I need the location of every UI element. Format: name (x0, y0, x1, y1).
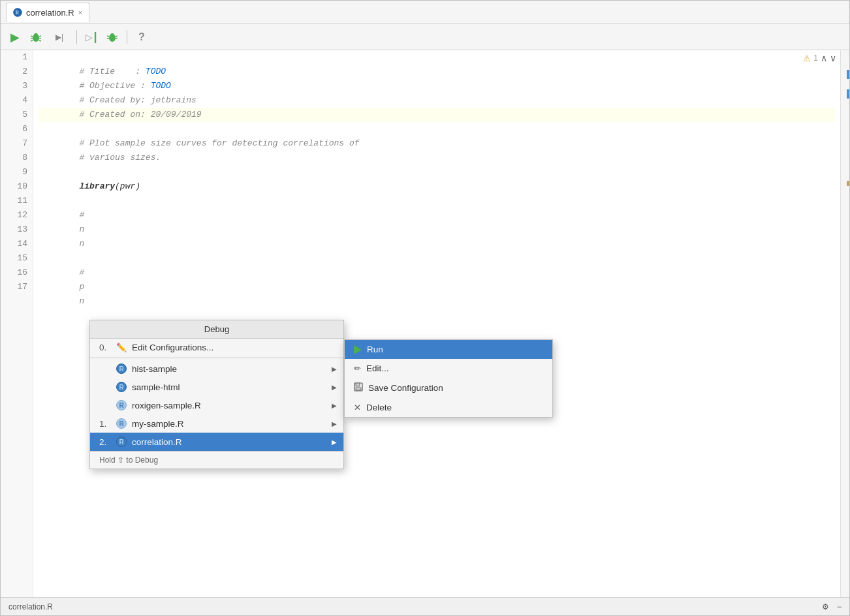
bug-icon (29, 31, 42, 44)
menu-label-hist: hist-sample (132, 364, 177, 374)
menu-sep-1 (90, 358, 343, 358)
code-line-16: p (39, 266, 835, 280)
line-num-9: 9 (1, 165, 33, 179)
svg-line-6 (31, 40, 33, 41)
menu-item-correlation[interactable]: 2. R correlation.R (90, 433, 343, 451)
debug-menu-footer: Hold ⇧ to Debug (90, 451, 343, 469)
menu-label-sample-html: sample-html (132, 382, 180, 392)
menu-prefix-my-sample: 1. (99, 419, 111, 429)
svg-line-4 (31, 36, 33, 37)
svg-line-7 (39, 36, 41, 37)
tab-filename: correlation.R (26, 8, 74, 18)
step-debug-icon (106, 31, 119, 44)
svg-line-15 (116, 36, 118, 37)
menu-item-my-sample[interactable]: 1. R my-sample.R (90, 414, 343, 433)
scroll-marker-blue-2 (847, 89, 849, 99)
scroll-marker-blue-1 (847, 70, 849, 79)
menu-item-prefix-edit: 0. (99, 343, 111, 352)
line-numbers: 1 2 3 4 5 6 7 8 9 10 11 12 13 14 15 16 1… (1, 50, 33, 597)
debug-bug-button[interactable] (27, 28, 45, 46)
submenu-label-save: Save Configuration (368, 383, 443, 393)
line-num-1: 1 (1, 50, 33, 65)
pencil-icon-edit: ✏️ (116, 343, 127, 352)
submenu-item-run[interactable]: Run (345, 340, 552, 359)
code-line-12: n (39, 208, 835, 223)
submenu-label-edit: Edit... (366, 363, 389, 373)
svg-line-13 (107, 36, 109, 37)
menu-prefix-correlation: 2. (99, 437, 111, 447)
tab-close-btn[interactable]: × (78, 8, 82, 16)
code-line-17: n (39, 280, 835, 294)
submenu: Run ✏ Edit... Save Configuration ✕ Delet… (344, 339, 553, 418)
save-icon (354, 382, 363, 393)
svg-line-9 (39, 40, 41, 41)
scrollbar[interactable] (840, 50, 849, 597)
code-line-14 (39, 237, 835, 251)
file-tab[interactable]: R correlation.R × (6, 3, 89, 22)
svg-point-12 (110, 33, 114, 37)
svg-rect-18 (356, 383, 360, 386)
debug-menu-header: Debug (90, 320, 343, 339)
ide-window: R correlation.R × ▶ ▶| (0, 0, 850, 616)
code-line-9: library(pwr) (39, 165, 835, 179)
step-into-button[interactable]: ▶| (48, 28, 71, 46)
run-icon (354, 345, 362, 354)
menu-item-edit-configurations[interactable]: 0. ✏️ Edit Configurations... (90, 339, 343, 356)
code-line-11: # (39, 194, 835, 208)
menu-item-hist-sample[interactable]: R hist-sample (90, 360, 343, 378)
code-line-13: n (39, 223, 835, 237)
help-button[interactable]: ? (133, 28, 151, 46)
delete-icon: ✕ (354, 403, 361, 412)
line-num-3: 3 (1, 79, 33, 93)
status-right: ⚙ − (822, 602, 842, 611)
line-num-5: 5 (1, 108, 33, 122)
status-filename: correlation.R (8, 602, 53, 611)
status-bar: correlation.R ⚙ − (1, 597, 849, 615)
gear-icon[interactable]: ⚙ (822, 602, 829, 611)
line-num-7: 7 (1, 136, 33, 151)
r-icon-roxigen: R (116, 400, 127, 410)
toolbar: ▶ ▶| ▷| (1, 24, 849, 50)
line-num-6: 6 (1, 122, 33, 136)
line-num-4: 4 (1, 93, 33, 108)
resume-button[interactable]: ▷| (82, 28, 101, 46)
code-line-1: # Title : TODO (39, 50, 835, 65)
run-button[interactable]: ▶ (6, 28, 24, 46)
toolbar-sep-1 (76, 30, 77, 44)
line-num-15: 15 (1, 251, 33, 266)
line-num-16: 16 (1, 266, 33, 280)
menu-label-roxigen: roxigen-sample.R (132, 401, 201, 410)
menu-item-roxigen[interactable]: R roxigen-sample.R (90, 396, 343, 414)
step-over-debug-button[interactable] (103, 28, 121, 46)
r-icon-hist: R (116, 363, 127, 374)
line-num-8: 8 (1, 151, 33, 165)
r-logo-icon: R (13, 8, 22, 17)
edit-icon: ✏ (354, 363, 361, 373)
code-line-6: # Plot sample size curves for detecting … (39, 122, 835, 136)
toolbar-sep-2 (127, 30, 127, 44)
submenu-item-edit[interactable]: ✏ Edit... (345, 359, 552, 378)
r-icon-correlation: R (116, 437, 127, 447)
svg-rect-19 (356, 388, 361, 390)
submenu-item-delete[interactable]: ✕ Delete (345, 398, 552, 417)
line-num-10: 10 (1, 179, 33, 194)
line-num-12: 12 (1, 208, 33, 223)
line-num-11: 11 (1, 194, 33, 208)
code-line-10 (39, 179, 835, 194)
submenu-item-save[interactable]: Save Configuration (345, 378, 552, 398)
line-num-2: 2 (1, 65, 33, 79)
line-num-14: 14 (1, 237, 33, 251)
menu-label-my-sample: my-sample.R (132, 419, 184, 429)
tab-bar: R correlation.R × (1, 1, 849, 24)
line-num-13: 13 (1, 223, 33, 237)
code-line-15: # (39, 251, 835, 266)
line-num-17: 17 (1, 280, 33, 294)
footer-text: Hold ⇧ to Debug (99, 455, 158, 465)
menu-item-label-edit: Edit Configurations... (132, 343, 213, 352)
minus-icon[interactable]: − (837, 602, 842, 611)
r-icon-sample-html: R (116, 382, 127, 392)
menu-item-sample-html[interactable]: R sample-html (90, 378, 343, 396)
svg-text:R: R (16, 10, 20, 16)
submenu-label-run: Run (367, 345, 383, 354)
r-icon-my-sample: R (116, 418, 127, 429)
